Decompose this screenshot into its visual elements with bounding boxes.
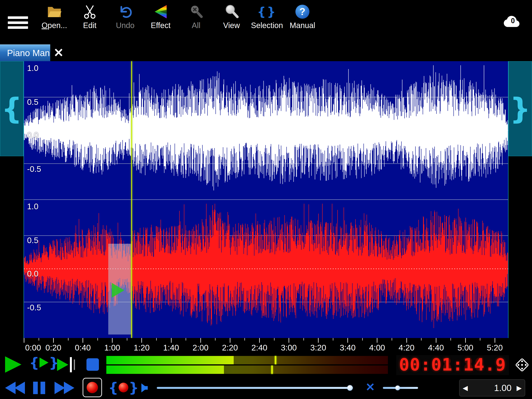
- ruler-tick: [53, 338, 54, 343]
- tab-close-button[interactable]: ✕: [50, 45, 67, 61]
- level-meter: [106, 356, 388, 374]
- tab-piano-man[interactable]: Piano Man ✕: [0, 45, 67, 61]
- brace-close-icon: }: [510, 94, 531, 123]
- edit-button[interactable]: Edit: [72, 3, 108, 30]
- amplitude-label: 1.0: [27, 64, 38, 73]
- shake-random-button[interactable]: [514, 357, 531, 374]
- scissors-icon: [81, 3, 98, 20]
- ruler-ticks: 0:000:200:401:001:201:402:002:202:403:00…: [24, 338, 508, 353]
- record-selection-button[interactable]: { }: [108, 378, 139, 397]
- fast-forward-icon: [64, 382, 74, 394]
- ruler-time-label: 5:20: [487, 343, 503, 353]
- ruler-tick: [97, 338, 98, 341]
- edit-label: Edit: [83, 21, 97, 30]
- ruler-time-label: 2:00: [193, 343, 209, 353]
- ruler-time-label: 4:00: [369, 343, 385, 353]
- rewind-button[interactable]: [5, 382, 25, 394]
- ruler-tick: [303, 338, 304, 341]
- ruler-tick: [274, 338, 275, 341]
- clear-selection-button[interactable]: ✕: [366, 381, 375, 393]
- ruler-tick: [480, 338, 480, 341]
- stop-button[interactable]: [86, 358, 99, 371]
- menu-button[interactable]: [8, 16, 28, 29]
- playhead-cursor[interactable]: [131, 61, 132, 338]
- open-button[interactable]: Open...: [37, 3, 72, 30]
- brace-open-icon: {: [29, 355, 39, 370]
- hamburger-icon: [8, 26, 28, 29]
- x-icon: ✕: [366, 381, 375, 393]
- brace-close-glyph: }: [267, 5, 277, 19]
- close-icon: ✕: [54, 47, 64, 59]
- ruler-tick: [347, 338, 348, 343]
- amplitude-label: 0.0: [27, 269, 38, 278]
- pause-button[interactable]: [33, 382, 45, 394]
- brace-open-glyph: {: [257, 5, 267, 19]
- toolbar-items: Open... Edit: [37, 3, 320, 30]
- manual-button[interactable]: ? Manual: [285, 3, 320, 30]
- zoom-all-button[interactable]: All: [178, 3, 214, 30]
- ruler-tick: [436, 338, 436, 343]
- selection-handle-left[interactable]: {: [0, 61, 24, 156]
- selection-play-icon[interactable]: [112, 283, 124, 298]
- ruler-tick: [318, 338, 319, 343]
- manual-label: Manual: [290, 21, 315, 30]
- ruler-tick: [495, 338, 495, 343]
- cloud-sync-button[interactable]: 0: [500, 14, 524, 29]
- secondary-knob[interactable]: [395, 386, 400, 390]
- ruler-tick: [244, 338, 245, 341]
- playback-speed-control: ◀ 1.00 ▶: [459, 379, 525, 396]
- fast-forward-button[interactable]: [55, 382, 74, 394]
- level-meter-right: [106, 366, 388, 374]
- fast-forward-icon: [55, 382, 65, 394]
- ruler-tick: [450, 338, 451, 341]
- speed-increase-button[interactable]: ▶: [517, 385, 522, 391]
- rewind-icon: [14, 382, 25, 394]
- time-ruler[interactable]: 0:000:200:401:001:201:402:002:202:403:00…: [0, 338, 532, 353]
- ruler-tick: [82, 338, 83, 343]
- magnifier-x-icon: [188, 3, 205, 20]
- waveform-display[interactable]: 1.00.50.0-0.51.00.50.0-0.5: [24, 61, 508, 338]
- ruler-tick: [406, 338, 407, 343]
- ruler-tick: [112, 338, 113, 343]
- ruler-time-label: 1:40: [163, 343, 179, 353]
- undo-label: Undo: [116, 21, 134, 30]
- selection-braces-icon: {}: [258, 3, 276, 20]
- selection-handle-right[interactable]: }: [508, 61, 532, 156]
- top-toolbar: Open... Edit: [0, 0, 532, 45]
- volume-slider[interactable]: [157, 387, 353, 389]
- hamburger-icon: [8, 21, 28, 24]
- ruler-tick: [392, 338, 392, 341]
- ruler-tick: [333, 338, 333, 341]
- ruler-time-label: 4:20: [399, 343, 415, 353]
- play-selection-button[interactable]: { }: [29, 355, 59, 370]
- speed-decrease-button[interactable]: ◀: [463, 385, 468, 391]
- effect-button[interactable]: Effect: [143, 3, 178, 30]
- peak-indicator: [275, 356, 276, 364]
- selection-label: Selection: [251, 21, 283, 30]
- ruler-tick: [362, 338, 363, 341]
- open-label: Open...: [41, 21, 67, 30]
- undo-button[interactable]: Undo: [108, 3, 143, 30]
- volume-knob[interactable]: [347, 385, 353, 391]
- ruler-tick: [215, 338, 215, 341]
- ruler-time-label: 0:20: [45, 343, 61, 353]
- play-to-end-button[interactable]: [57, 357, 75, 372]
- speaker-button[interactable]: [139, 382, 150, 394]
- waveform-canvas[interactable]: [24, 61, 508, 338]
- transport-row-1: { } 88:88:88.8 00:01:14.9: [0, 353, 532, 377]
- ruler-tick: [421, 338, 422, 341]
- speaker-icon: [139, 382, 150, 393]
- play-icon: [57, 359, 68, 371]
- undo-icon: [117, 3, 134, 20]
- tab-bar: Piano Man ✕: [0, 45, 532, 61]
- pause-icon: [33, 382, 38, 394]
- amplitude-label: 0.0: [27, 130, 38, 140]
- record-button[interactable]: [82, 378, 102, 397]
- ruler-time-label: 0:40: [75, 343, 91, 353]
- play-button[interactable]: [5, 356, 21, 373]
- secondary-slider[interactable]: [383, 387, 418, 389]
- time-display: 88:88:88.8 00:01:14.9: [396, 355, 509, 375]
- selection-button[interactable]: {} Selection: [249, 3, 285, 30]
- view-button[interactable]: View: [214, 3, 249, 30]
- ruler-tick: [377, 338, 377, 343]
